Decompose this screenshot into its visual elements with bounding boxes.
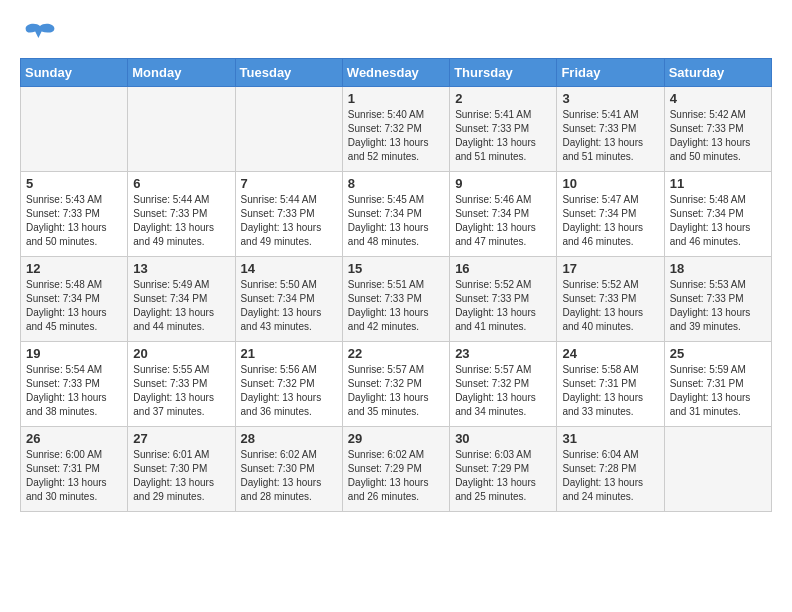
calendar-cell: 6Sunrise: 5:44 AMSunset: 7:33 PMDaylight… [128, 172, 235, 257]
day-number: 17 [562, 261, 658, 276]
calendar-cell: 25Sunrise: 5:59 AMSunset: 7:31 PMDayligh… [664, 342, 771, 427]
day-number: 23 [455, 346, 551, 361]
day-number: 6 [133, 176, 229, 191]
day-info: Sunrise: 6:02 AMSunset: 7:29 PMDaylight:… [348, 448, 444, 504]
calendar-cell: 28Sunrise: 6:02 AMSunset: 7:30 PMDayligh… [235, 427, 342, 512]
day-number: 7 [241, 176, 337, 191]
calendar-week-5: 26Sunrise: 6:00 AMSunset: 7:31 PMDayligh… [21, 427, 772, 512]
calendar-cell: 13Sunrise: 5:49 AMSunset: 7:34 PMDayligh… [128, 257, 235, 342]
calendar-cell: 2Sunrise: 5:41 AMSunset: 7:33 PMDaylight… [450, 87, 557, 172]
day-info: Sunrise: 5:48 AMSunset: 7:34 PMDaylight:… [670, 193, 766, 249]
day-info: Sunrise: 5:52 AMSunset: 7:33 PMDaylight:… [562, 278, 658, 334]
calendar-cell: 21Sunrise: 5:56 AMSunset: 7:32 PMDayligh… [235, 342, 342, 427]
day-header-saturday: Saturday [664, 59, 771, 87]
day-info: Sunrise: 5:51 AMSunset: 7:33 PMDaylight:… [348, 278, 444, 334]
day-info: Sunrise: 5:57 AMSunset: 7:32 PMDaylight:… [455, 363, 551, 419]
day-header-thursday: Thursday [450, 59, 557, 87]
calendar-cell: 20Sunrise: 5:55 AMSunset: 7:33 PMDayligh… [128, 342, 235, 427]
day-info: Sunrise: 5:40 AMSunset: 7:32 PMDaylight:… [348, 108, 444, 164]
day-number: 28 [241, 431, 337, 446]
day-number: 25 [670, 346, 766, 361]
day-number: 22 [348, 346, 444, 361]
calendar-cell: 31Sunrise: 6:04 AMSunset: 7:28 PMDayligh… [557, 427, 664, 512]
day-number: 5 [26, 176, 122, 191]
calendar-cell: 9Sunrise: 5:46 AMSunset: 7:34 PMDaylight… [450, 172, 557, 257]
day-info: Sunrise: 6:00 AMSunset: 7:31 PMDaylight:… [26, 448, 122, 504]
day-info: Sunrise: 5:52 AMSunset: 7:33 PMDaylight:… [455, 278, 551, 334]
day-info: Sunrise: 5:58 AMSunset: 7:31 PMDaylight:… [562, 363, 658, 419]
calendar-cell: 22Sunrise: 5:57 AMSunset: 7:32 PMDayligh… [342, 342, 449, 427]
calendar-cell: 3Sunrise: 5:41 AMSunset: 7:33 PMDaylight… [557, 87, 664, 172]
calendar-cell: 7Sunrise: 5:44 AMSunset: 7:33 PMDaylight… [235, 172, 342, 257]
day-number: 9 [455, 176, 551, 191]
day-info: Sunrise: 5:43 AMSunset: 7:33 PMDaylight:… [26, 193, 122, 249]
day-header-tuesday: Tuesday [235, 59, 342, 87]
day-info: Sunrise: 6:04 AMSunset: 7:28 PMDaylight:… [562, 448, 658, 504]
day-number: 8 [348, 176, 444, 191]
page-header [20, 20, 772, 52]
day-info: Sunrise: 5:47 AMSunset: 7:34 PMDaylight:… [562, 193, 658, 249]
day-number: 29 [348, 431, 444, 446]
calendar-cell: 10Sunrise: 5:47 AMSunset: 7:34 PMDayligh… [557, 172, 664, 257]
day-number: 11 [670, 176, 766, 191]
calendar-week-3: 12Sunrise: 5:48 AMSunset: 7:34 PMDayligh… [21, 257, 772, 342]
calendar-cell: 24Sunrise: 5:58 AMSunset: 7:31 PMDayligh… [557, 342, 664, 427]
day-number: 1 [348, 91, 444, 106]
calendar-cell: 15Sunrise: 5:51 AMSunset: 7:33 PMDayligh… [342, 257, 449, 342]
calendar-cell: 11Sunrise: 5:48 AMSunset: 7:34 PMDayligh… [664, 172, 771, 257]
calendar-cell: 19Sunrise: 5:54 AMSunset: 7:33 PMDayligh… [21, 342, 128, 427]
day-number: 13 [133, 261, 229, 276]
day-info: Sunrise: 5:44 AMSunset: 7:33 PMDaylight:… [241, 193, 337, 249]
day-info: Sunrise: 5:46 AMSunset: 7:34 PMDaylight:… [455, 193, 551, 249]
calendar-week-1: 1Sunrise: 5:40 AMSunset: 7:32 PMDaylight… [21, 87, 772, 172]
day-number: 26 [26, 431, 122, 446]
calendar-cell: 1Sunrise: 5:40 AMSunset: 7:32 PMDaylight… [342, 87, 449, 172]
day-info: Sunrise: 5:55 AMSunset: 7:33 PMDaylight:… [133, 363, 229, 419]
day-number: 21 [241, 346, 337, 361]
logo-bird-icon [24, 20, 56, 52]
day-number: 2 [455, 91, 551, 106]
logo [20, 20, 52, 52]
day-number: 10 [562, 176, 658, 191]
day-info: Sunrise: 5:56 AMSunset: 7:32 PMDaylight:… [241, 363, 337, 419]
day-number: 19 [26, 346, 122, 361]
calendar-cell: 5Sunrise: 5:43 AMSunset: 7:33 PMDaylight… [21, 172, 128, 257]
day-info: Sunrise: 5:48 AMSunset: 7:34 PMDaylight:… [26, 278, 122, 334]
calendar-week-4: 19Sunrise: 5:54 AMSunset: 7:33 PMDayligh… [21, 342, 772, 427]
day-info: Sunrise: 5:54 AMSunset: 7:33 PMDaylight:… [26, 363, 122, 419]
calendar-cell: 14Sunrise: 5:50 AMSunset: 7:34 PMDayligh… [235, 257, 342, 342]
day-info: Sunrise: 6:03 AMSunset: 7:29 PMDaylight:… [455, 448, 551, 504]
calendar-cell: 18Sunrise: 5:53 AMSunset: 7:33 PMDayligh… [664, 257, 771, 342]
day-number: 15 [348, 261, 444, 276]
day-number: 18 [670, 261, 766, 276]
day-info: Sunrise: 6:02 AMSunset: 7:30 PMDaylight:… [241, 448, 337, 504]
day-number: 16 [455, 261, 551, 276]
calendar-cell: 4Sunrise: 5:42 AMSunset: 7:33 PMDaylight… [664, 87, 771, 172]
day-header-monday: Monday [128, 59, 235, 87]
calendar-cell [21, 87, 128, 172]
calendar-cell [664, 427, 771, 512]
day-info: Sunrise: 5:45 AMSunset: 7:34 PMDaylight:… [348, 193, 444, 249]
calendar-week-2: 5Sunrise: 5:43 AMSunset: 7:33 PMDaylight… [21, 172, 772, 257]
day-info: Sunrise: 5:42 AMSunset: 7:33 PMDaylight:… [670, 108, 766, 164]
day-info: Sunrise: 5:59 AMSunset: 7:31 PMDaylight:… [670, 363, 766, 419]
calendar-cell: 26Sunrise: 6:00 AMSunset: 7:31 PMDayligh… [21, 427, 128, 512]
day-number: 24 [562, 346, 658, 361]
day-info: Sunrise: 5:53 AMSunset: 7:33 PMDaylight:… [670, 278, 766, 334]
day-info: Sunrise: 5:41 AMSunset: 7:33 PMDaylight:… [562, 108, 658, 164]
day-header-sunday: Sunday [21, 59, 128, 87]
day-info: Sunrise: 5:44 AMSunset: 7:33 PMDaylight:… [133, 193, 229, 249]
day-info: Sunrise: 5:50 AMSunset: 7:34 PMDaylight:… [241, 278, 337, 334]
day-info: Sunrise: 5:49 AMSunset: 7:34 PMDaylight:… [133, 278, 229, 334]
day-number: 14 [241, 261, 337, 276]
day-info: Sunrise: 6:01 AMSunset: 7:30 PMDaylight:… [133, 448, 229, 504]
calendar-cell: 29Sunrise: 6:02 AMSunset: 7:29 PMDayligh… [342, 427, 449, 512]
day-number: 27 [133, 431, 229, 446]
calendar-cell: 30Sunrise: 6:03 AMSunset: 7:29 PMDayligh… [450, 427, 557, 512]
day-info: Sunrise: 5:57 AMSunset: 7:32 PMDaylight:… [348, 363, 444, 419]
calendar-cell: 16Sunrise: 5:52 AMSunset: 7:33 PMDayligh… [450, 257, 557, 342]
calendar-cell [235, 87, 342, 172]
day-number: 20 [133, 346, 229, 361]
calendar-cell: 8Sunrise: 5:45 AMSunset: 7:34 PMDaylight… [342, 172, 449, 257]
day-info: Sunrise: 5:41 AMSunset: 7:33 PMDaylight:… [455, 108, 551, 164]
